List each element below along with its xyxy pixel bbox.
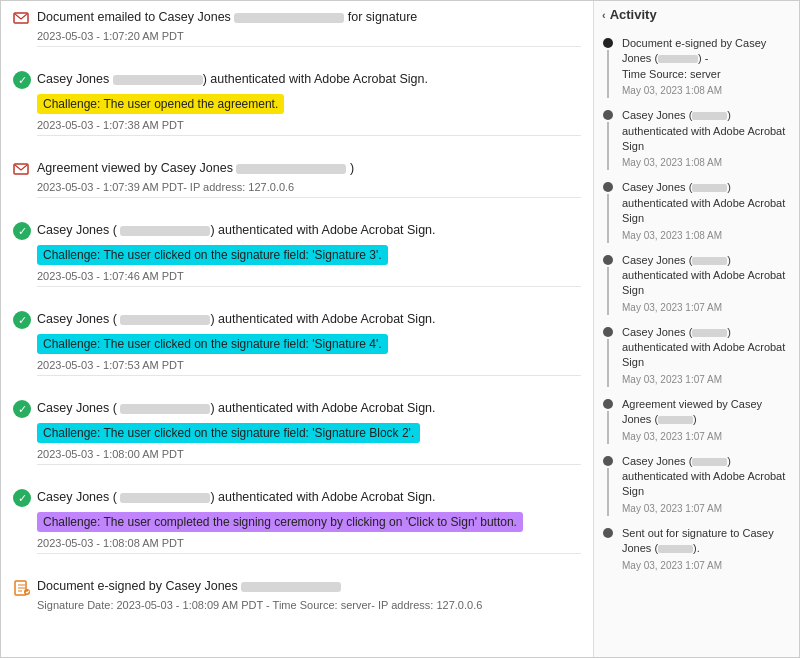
timeline-content: Sent out for signature to Casey Jones ()…	[622, 526, 791, 573]
timeline-date: May 03, 2023 1:07 AM	[622, 502, 791, 516]
timeline-content: Casey Jones () authenticated with Adobe …	[622, 108, 791, 170]
esign-icon	[13, 579, 31, 597]
left-panel: Document emailed to Casey Jones for sign…	[1, 1, 594, 657]
email-icon	[13, 10, 31, 28]
event-divider	[37, 135, 581, 136]
event-header: Document emailed to Casey Jones for sign…	[13, 9, 581, 28]
timeline-content: Document e-signed by Casey Jones () -Tim…	[622, 36, 791, 98]
event-divider	[37, 286, 581, 287]
timeline-item: Casey Jones () authenticated with Adobe …	[602, 253, 791, 315]
timeline-date: May 03, 2023 1:08 AM	[622, 156, 791, 170]
event-item: Document emailed to Casey Jones for sign…	[13, 9, 581, 61]
event-divider	[37, 553, 581, 554]
event-divider	[37, 46, 581, 47]
timeline-dot	[603, 327, 613, 337]
check-icon: ✓	[13, 222, 31, 240]
timeline-content: Casey Jones () authenticated with Adobe …	[622, 325, 791, 387]
event-divider	[37, 197, 581, 198]
chevron-left-icon[interactable]: ‹	[602, 9, 606, 21]
challenge-box: Challenge: The user clicked on the signa…	[37, 334, 388, 354]
event-date: 2023-05-03 - 1:07:53 AM PDT	[37, 359, 581, 371]
timeline-date: May 03, 2023 1:07 AM	[622, 301, 791, 315]
event-title: Document e-signed by Casey Jones	[37, 578, 341, 596]
timeline-item: Casey Jones () authenticated with Adobe …	[602, 180, 791, 242]
event-item: ✓Casey Jones ) authenticated with Adobe …	[13, 71, 581, 150]
event-header: ✓Casey Jones ( ) authenticated with Adob…	[13, 400, 581, 418]
timeline-dot	[603, 399, 613, 409]
timeline-date: May 03, 2023 1:07 AM	[622, 559, 791, 573]
timeline-item: Agreement viewed by Casey Jones ()May 03…	[602, 397, 791, 444]
timeline-content: Casey Jones () authenticated with Adobe …	[622, 180, 791, 242]
event-item: ✓Casey Jones ( ) authenticated with Adob…	[13, 400, 581, 479]
event-header: ✓Casey Jones ) authenticated with Adobe …	[13, 71, 581, 89]
timeline-line	[607, 411, 609, 444]
event-title: Casey Jones ( ) authenticated with Adobe…	[37, 222, 436, 240]
event-header: Document e-signed by Casey Jones	[13, 578, 581, 597]
timeline-item: Casey Jones () authenticated with Adobe …	[602, 325, 791, 387]
event-title: Casey Jones ( ) authenticated with Adobe…	[37, 311, 436, 329]
timeline-dot	[603, 528, 613, 538]
event-header: ✓Casey Jones ( ) authenticated with Adob…	[13, 222, 581, 240]
activity-title: Activity	[610, 7, 657, 22]
event-title: Agreement viewed by Casey Jones )	[37, 160, 354, 178]
event-item: Document e-signed by Casey Jones Signatu…	[13, 578, 581, 617]
challenge-box: Challenge: The user completed the signin…	[37, 512, 523, 532]
timeline-date: May 03, 2023 1:07 AM	[622, 430, 791, 444]
timeline-date: May 03, 2023 1:08 AM	[622, 84, 791, 98]
event-date: Signature Date: 2023-05-03 - 1:08:09 AM …	[37, 599, 581, 611]
check-icon: ✓	[13, 489, 31, 507]
timeline-item: Document e-signed by Casey Jones () -Tim…	[602, 36, 791, 98]
timeline-dot	[603, 110, 613, 120]
event-title: Casey Jones ( ) authenticated with Adobe…	[37, 489, 436, 507]
email-icon	[13, 161, 31, 179]
event-date: 2023-05-03 - 1:07:38 AM PDT	[37, 119, 581, 131]
event-item: ✓Casey Jones ( ) authenticated with Adob…	[13, 311, 581, 390]
timeline-line	[607, 267, 609, 315]
challenge-box: Challenge: The user opened the agreement…	[37, 94, 284, 114]
event-date: 2023-05-03 - 1:07:46 AM PDT	[37, 270, 581, 282]
timeline-item: Casey Jones () authenticated with Adobe …	[602, 108, 791, 170]
event-title: Casey Jones ) authenticated with Adobe A…	[37, 71, 428, 89]
event-header: ✓Casey Jones ( ) authenticated with Adob…	[13, 489, 581, 507]
timeline-content: Casey Jones () authenticated with Adobe …	[622, 253, 791, 315]
timeline-line	[607, 468, 609, 516]
event-divider	[37, 375, 581, 376]
challenge-box: Challenge: The user clicked on the signa…	[37, 423, 420, 443]
event-date: 2023-05-03 - 1:07:20 AM PDT	[37, 30, 581, 42]
event-item: ✓Casey Jones ( ) authenticated with Adob…	[13, 222, 581, 301]
event-date: 2023-05-03 - 1:08:08 AM PDT	[37, 537, 581, 549]
timeline-content: Casey Jones () authenticated with Adobe …	[622, 454, 791, 516]
timeline-line	[607, 50, 609, 98]
check-icon: ✓	[13, 311, 31, 329]
timeline-dot	[603, 182, 613, 192]
event-divider	[37, 464, 581, 465]
event-title: Casey Jones ( ) authenticated with Adobe…	[37, 400, 436, 418]
challenge-box: Challenge: The user clicked on the signa…	[37, 245, 388, 265]
timeline-item: Sent out for signature to Casey Jones ()…	[602, 526, 791, 573]
timeline-item: Casey Jones () authenticated with Adobe …	[602, 454, 791, 516]
event-date: 2023-05-03 - 1:07:39 AM PDT- IP address:…	[37, 181, 581, 193]
timeline-line	[607, 194, 609, 242]
timeline-dot	[603, 456, 613, 466]
right-panel: ‹ Activity Document e-signed by Casey Jo…	[594, 1, 799, 657]
timeline-dot	[603, 255, 613, 265]
event-header: Agreement viewed by Casey Jones )	[13, 160, 581, 179]
timeline-date: May 03, 2023 1:08 AM	[622, 229, 791, 243]
event-item: Agreement viewed by Casey Jones )2023-05…	[13, 160, 581, 212]
timeline-line	[607, 339, 609, 387]
svg-point-3	[24, 589, 30, 595]
timeline-line	[607, 122, 609, 170]
activity-header: ‹ Activity	[602, 7, 791, 26]
event-header: ✓Casey Jones ( ) authenticated with Adob…	[13, 311, 581, 329]
check-icon: ✓	[13, 400, 31, 418]
timeline-date: May 03, 2023 1:07 AM	[622, 373, 791, 387]
event-item: ✓Casey Jones ( ) authenticated with Adob…	[13, 489, 581, 568]
event-date: 2023-05-03 - 1:08:00 AM PDT	[37, 448, 581, 460]
timeline-dot	[603, 38, 613, 48]
activity-timeline: Document e-signed by Casey Jones () -Tim…	[602, 36, 791, 573]
event-title: Document emailed to Casey Jones for sign…	[37, 9, 417, 27]
check-icon: ✓	[13, 71, 31, 89]
timeline-content: Agreement viewed by Casey Jones ()May 03…	[622, 397, 791, 444]
